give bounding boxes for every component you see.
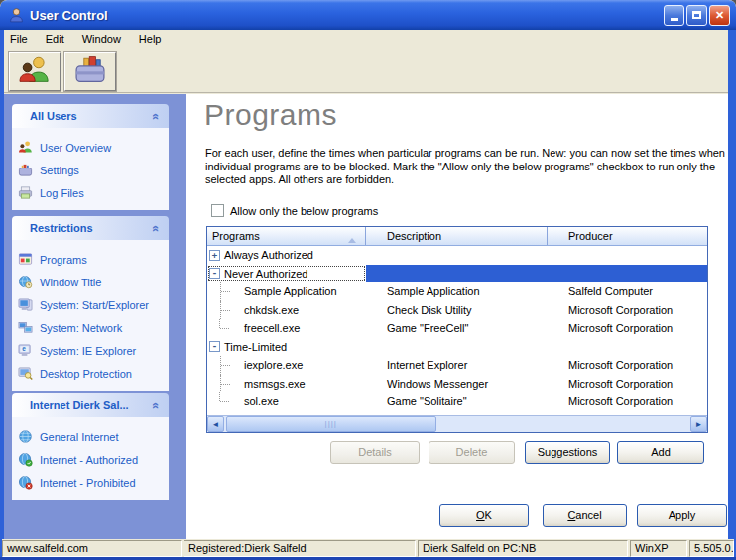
details-button[interactable]: Details <box>330 441 420 464</box>
sidebar-section-internet: Internet Dierk Sal... « General Internet… <box>12 393 169 500</box>
sidebar-item-system-ie-explorer[interactable]: e System: IE Explorer <box>12 339 169 362</box>
programs-icon <box>18 252 34 268</box>
section-header-internet[interactable]: Internet Dierk Sal... « <box>12 393 169 417</box>
table-row[interactable]: Sample Application Sample Application Sa… <box>207 282 707 301</box>
minimize-button[interactable] <box>664 5 684 26</box>
sidebar-item-system-network[interactable]: System: Network <box>12 316 169 339</box>
cell-program: sol.exe <box>244 395 279 407</box>
collapse-icon[interactable]: - <box>209 268 220 279</box>
scroll-left-icon[interactable]: ◄ <box>207 416 224 432</box>
status-website-link[interactable]: www.salfeld.com <box>2 540 182 557</box>
suggestions-button[interactable]: Suggestions <box>525 441 610 464</box>
status-registered: Registered:Dierk Salfeld <box>184 540 416 557</box>
sidebar-item-log-files[interactable]: Log Files <box>12 181 169 204</box>
window-title: User Control <box>30 8 108 23</box>
sidebar-item-internet-prohibited[interactable]: Internet - Prohibited <box>12 471 169 494</box>
toolbox-toolbar-button[interactable] <box>64 52 116 91</box>
sidebar-item-label[interactable]: Log Files <box>40 187 84 199</box>
cell-program: chkdsk.exe <box>244 304 299 316</box>
add-button[interactable]: Add <box>617 441 704 464</box>
section-title: Restrictions <box>12 222 153 234</box>
chevron-collapse-icon[interactable]: « <box>149 225 163 231</box>
cell-program: Always Authorized <box>224 249 313 261</box>
sidebar-item-label[interactable]: Window Title <box>40 277 101 288</box>
sidebar-item-label[interactable]: System: Network <box>40 322 122 334</box>
cell-description: Windows Messenger <box>366 375 548 393</box>
sidebar-item-desktop-protection[interactable]: Desktop Protection <box>12 362 169 385</box>
sidebar-item-label[interactable]: User Overview <box>40 142 111 154</box>
users-toolbar-button[interactable] <box>9 52 61 91</box>
sidebar-item-label[interactable]: Settings <box>40 165 79 176</box>
sidebar-item-window-title[interactable]: Window Title <box>12 271 169 293</box>
menu-window[interactable]: Window <box>73 31 130 47</box>
collapse-icon[interactable]: - <box>209 341 220 352</box>
cell-description: Game "Solitaire" <box>366 392 548 411</box>
chevron-collapse-icon[interactable]: « <box>149 402 163 408</box>
maximize-button[interactable] <box>686 5 707 26</box>
chevron-collapse-icon[interactable]: « <box>149 113 163 119</box>
column-header-programs[interactable]: Programs <box>207 227 366 245</box>
section-header-restrictions[interactable]: Restrictions « <box>12 216 169 240</box>
sidebar-item-programs[interactable]: Programs <box>12 248 169 271</box>
allow-only-checkbox[interactable] <box>211 204 224 217</box>
window-title-globe-icon <box>18 275 34 290</box>
ie-monitor-icon: e <box>18 343 34 359</box>
scroll-right-icon[interactable]: ► <box>690 416 707 432</box>
ok-button[interactable]: OK <box>439 504 529 527</box>
expand-icon[interactable]: + <box>209 250 220 261</box>
sidebar-item-label[interactable]: Desktop Protection <box>40 368 132 380</box>
tree-branch-icon <box>220 356 244 375</box>
sidebar-item-internet-authorized[interactable]: Internet - Authorized <box>12 448 169 471</box>
horizontal-scrollbar[interactable]: ◄ |||| ► <box>207 415 707 432</box>
scrollbar-thumb[interactable]: |||| <box>226 416 436 432</box>
status-user-pc: Dierk Salfeld on PC:NB <box>418 540 628 557</box>
window-border-right <box>728 30 736 557</box>
table-row[interactable]: msmsgs.exe Windows Messenger Microsoft C… <box>207 375 707 393</box>
sidebar-item-label[interactable]: Internet - Authorized <box>40 454 138 466</box>
table-row-group[interactable]: +Always Authorized <box>207 246 707 265</box>
user-overview-icon <box>18 140 34 156</box>
sidebar-item-system-start-explorer[interactable]: System: Start/Explorer <box>12 293 169 316</box>
globe-icon <box>18 429 34 445</box>
sidebar-item-general-internet[interactable]: General Internet <box>12 425 169 448</box>
cell-producer: Microsoft Corporation <box>548 375 707 393</box>
table-row[interactable]: sol.exe Game "Solitaire" Microsoft Corpo… <box>207 392 707 411</box>
column-header-producer[interactable]: Producer <box>548 227 707 245</box>
cancel-button[interactable]: Cancel <box>543 504 627 527</box>
sidebar-item-label[interactable]: System: IE Explorer <box>40 345 136 357</box>
menu-edit[interactable]: Edit <box>37 31 73 47</box>
table-row[interactable]: chkdsk.exe Check Disk Utility Microsoft … <box>207 301 707 320</box>
table-row-group[interactable]: -Time-Limited <box>207 338 707 357</box>
table-row[interactable]: iexplore.exe Internet Explorer Microsoft… <box>207 356 707 375</box>
cell-producer: Microsoft Corporation <box>548 301 707 320</box>
sidebar-item-user-overview[interactable]: User Overview <box>12 136 169 159</box>
sidebar-item-label[interactable]: Internet - Prohibited <box>40 477 136 489</box>
main-content: Programs For each user, define the times… <box>186 94 728 539</box>
table-row[interactable]: freecell.exe Game "FreeCell" Microsoft C… <box>207 319 707 338</box>
sidebar-item-settings[interactable]: Settings <box>12 159 169 181</box>
cell-description <box>366 246 548 265</box>
toolbox-icon <box>73 56 107 87</box>
sidebar-item-label[interactable]: System: Start/Explorer <box>40 299 149 311</box>
menu-file[interactable]: File <box>1 31 37 47</box>
globe-x-icon <box>18 475 34 491</box>
menu-help[interactable]: Help <box>130 31 171 47</box>
delete-button[interactable]: Delete <box>429 441 515 464</box>
apply-button[interactable]: Apply <box>637 504 727 527</box>
cell-producer: Microsoft Corporation <box>548 392 707 411</box>
close-button[interactable]: ✕ <box>709 5 730 26</box>
table-row-group-selected[interactable]: -Never Authorized <box>207 265 707 283</box>
allow-only-checkbox-label[interactable]: Allow only the below programs <box>230 205 378 217</box>
settings-toolbox-icon <box>18 163 34 178</box>
sidebar-item-label[interactable]: General Internet <box>40 431 119 443</box>
menubar: File Edit Window Help <box>1 30 735 48</box>
sidebar-item-label[interactable]: Programs <box>40 254 87 266</box>
scrollbar-track[interactable]: |||| <box>224 416 690 432</box>
tree-branch-icon <box>220 375 244 393</box>
page-title: Programs <box>204 98 337 132</box>
section-header-all-users[interactable]: All Users « <box>12 104 169 128</box>
column-header-description[interactable]: Description <box>366 227 548 245</box>
column-header-label: Description <box>387 230 441 242</box>
cell-producer: Microsoft Corporation <box>548 356 707 375</box>
desktop-protection-icon <box>18 366 34 382</box>
